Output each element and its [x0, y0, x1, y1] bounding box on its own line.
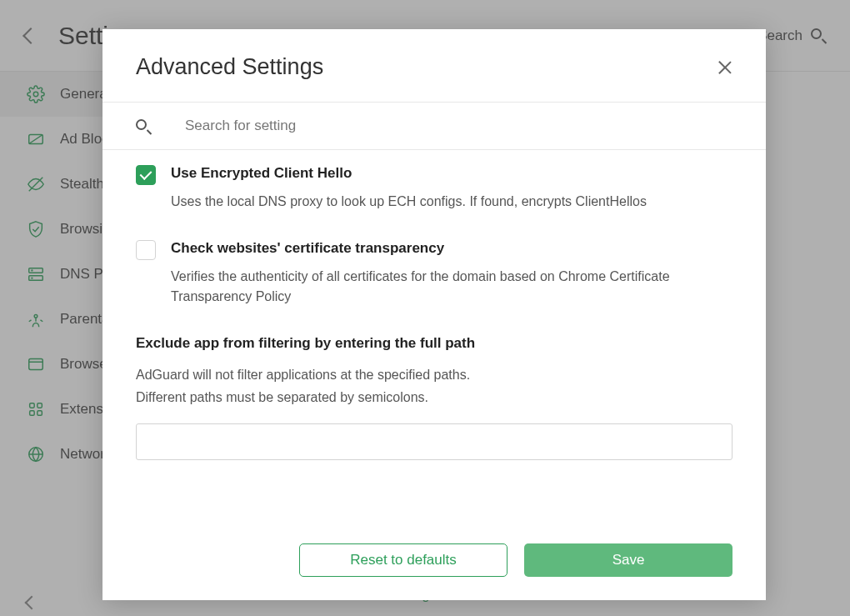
search-icon [136, 119, 150, 133]
reset-button[interactable]: Reset to defaults [299, 543, 508, 577]
option-cert-transparency: Check websites' certificate transparency… [136, 240, 732, 307]
save-button[interactable]: Save [524, 543, 732, 577]
modal-footer: Reset to defaults Save [102, 527, 766, 600]
modal-header: Advanced Settings [102, 29, 766, 102]
advanced-settings-modal: Advanced Settings Use Encrypted Client H… [102, 29, 766, 600]
search-input[interactable] [185, 118, 732, 134]
close-icon[interactable] [718, 60, 732, 75]
checkbox-ech[interactable] [136, 165, 156, 185]
option-desc: Verifies the authenticity of all certifi… [171, 267, 732, 307]
option-title: Use Encrypted Client Hello [171, 165, 732, 182]
option-desc: Uses the local DNS proxy to look up ECH … [171, 192, 732, 212]
modal-search-row [102, 103, 766, 149]
checkbox-cert-transparency[interactable] [136, 240, 156, 260]
modal-body: Use Encrypted Client Hello Uses the loca… [102, 150, 766, 527]
exclude-desc: AdGuard will not filter applications at … [136, 363, 732, 408]
exclude-section: Exclude app from filtering by entering t… [136, 335, 732, 460]
option-title: Check websites' certificate transparency [171, 240, 732, 257]
modal-title: Advanced Settings [136, 54, 323, 80]
exclude-title: Exclude app from filtering by entering t… [136, 335, 732, 352]
exclude-path-input[interactable] [136, 423, 732, 460]
option-ech: Use Encrypted Client Hello Uses the loca… [136, 165, 732, 212]
